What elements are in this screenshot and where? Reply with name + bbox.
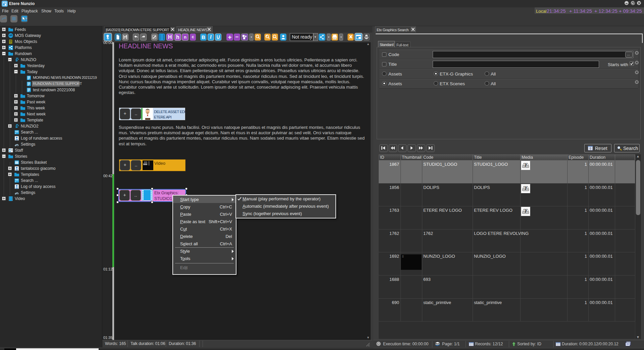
svg-text:?: ? [25,17,27,21]
svg-text:7: 7 [525,163,527,168]
svg-text:7: 7 [525,186,527,191]
svg-text:7: 7 [525,209,527,214]
